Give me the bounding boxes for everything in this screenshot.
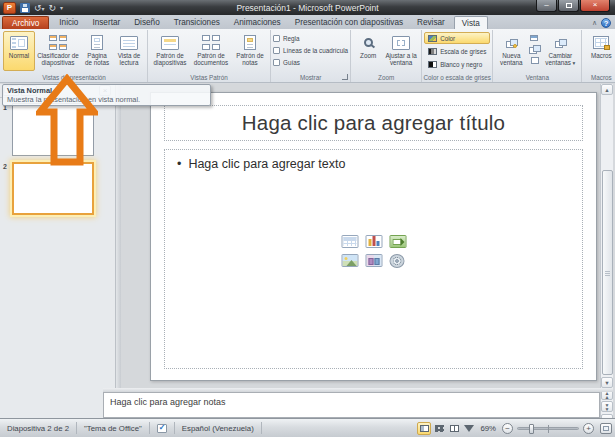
slide-sorter-button[interactable]: Clasificador de diapositivas bbox=[35, 31, 81, 71]
handout-master-button[interactable]: Patrón de documentos bbox=[190, 31, 232, 71]
grayscale-button[interactable]: Escala de grises bbox=[424, 45, 490, 57]
arrange-all-icon[interactable] bbox=[528, 33, 540, 43]
reading-view-button[interactable]: Vista de lectura bbox=[113, 31, 145, 71]
insert-chart-icon[interactable] bbox=[365, 235, 382, 248]
group-label: Zoom bbox=[351, 74, 421, 81]
ribbon-tab-row: Archivo Inicio Insertar Diseño Transicio… bbox=[0, 15, 615, 29]
title-placeholder[interactable]: Haga clic para agregar título bbox=[164, 105, 583, 141]
body-placeholder-text: Haga clic para agregar texto bbox=[188, 157, 345, 171]
powerpoint-window: P ↺▾ ↻ ▾ Presentación1 - Microsoft Power… bbox=[0, 0, 615, 437]
minimize-ribbon-icon[interactable]: ∧ bbox=[592, 18, 597, 28]
tab-animaciones[interactable]: Animaciones bbox=[227, 16, 288, 29]
scrollbar-thumb[interactable] bbox=[602, 170, 613, 375]
tab-revisar[interactable]: Revisar bbox=[410, 16, 452, 29]
checkbox-icon bbox=[273, 35, 280, 42]
minimize-button[interactable]: – bbox=[536, 0, 557, 12]
zoom-slider[interactable] bbox=[517, 427, 579, 430]
next-slide-icon[interactable]: ▼▼ bbox=[601, 401, 613, 412]
group-macros: Macros Macros bbox=[582, 30, 615, 82]
cascade-windows-icon[interactable] bbox=[528, 44, 540, 54]
normal-view-button[interactable]: Normal bbox=[3, 31, 35, 71]
show-dialog-launcher-icon[interactable] bbox=[342, 74, 348, 80]
color-button[interactable]: Color bbox=[424, 32, 490, 44]
tab-insertar[interactable]: Insertar bbox=[85, 16, 127, 29]
window-controls: – × bbox=[536, 0, 610, 12]
view-shortcuts bbox=[417, 422, 480, 435]
zoom-control: − + bbox=[496, 423, 600, 434]
save-icon[interactable] bbox=[20, 3, 30, 13]
switch-windows-button[interactable]: Cambiar ventanas ▾ bbox=[541, 31, 579, 71]
slide-editor: Haga clic para agregar título • Haga cli… bbox=[121, 84, 600, 390]
notes-master-button[interactable]: Patrón de notas bbox=[232, 31, 268, 71]
restore-icon bbox=[566, 3, 572, 8]
checkbox-icon bbox=[273, 47, 280, 54]
insert-media-icon[interactable] bbox=[389, 254, 404, 268]
scroll-up-icon[interactable]: ▲ bbox=[601, 84, 613, 95]
ruler-checkbox[interactable]: Regla bbox=[273, 33, 348, 44]
tab-archivo[interactable]: Archivo bbox=[2, 16, 49, 29]
grayscale-icon bbox=[428, 48, 437, 55]
slide-master-button[interactable]: Patrón de diapositivas bbox=[150, 31, 190, 71]
view-normal-icon bbox=[420, 425, 429, 432]
view-sorter-button[interactable] bbox=[432, 422, 446, 435]
help-icon[interactable]: ? bbox=[601, 18, 611, 28]
status-bar: Diapositiva 2 de 2 "Tema de Office" ✓ Es… bbox=[0, 418, 615, 437]
group-label: Vistas Patrón bbox=[148, 74, 270, 81]
group-window: Nueva ventana Cambiar ventanas ▾ Ventana bbox=[493, 30, 582, 82]
slide-sorter-icon bbox=[49, 35, 67, 50]
zoom-button[interactable]: Zoom bbox=[353, 31, 383, 71]
language-button[interactable]: Español (Venezuela) bbox=[175, 422, 262, 434]
group-label: Macros bbox=[582, 74, 615, 81]
reading-view-icon bbox=[120, 36, 138, 50]
undo-button[interactable]: ↺▾ bbox=[34, 2, 45, 14]
powerpoint-logo-icon[interactable]: P bbox=[3, 2, 16, 14]
slide-counter: Diapositiva 2 de 2 bbox=[0, 422, 77, 434]
notes-page-button[interactable]: Página de notas bbox=[81, 31, 113, 71]
window-title: Presentación1 - Microsoft PowerPoint bbox=[0, 3, 615, 13]
slide-2-thumbnail[interactable] bbox=[12, 162, 94, 215]
notes-pane[interactable]: Haga clic para agregar notas bbox=[103, 392, 600, 418]
black-white-button[interactable]: Blanco y negro bbox=[424, 58, 490, 70]
tab-diseno[interactable]: Diseño bbox=[127, 16, 167, 29]
scroll-down-icon[interactable]: ▼ bbox=[601, 377, 613, 388]
insert-picture-icon[interactable] bbox=[341, 254, 358, 267]
insert-table-icon[interactable] bbox=[341, 235, 358, 248]
tab-presentacion-con-diapositivas[interactable]: Presentación con diapositivas bbox=[288, 16, 410, 29]
tab-vista[interactable]: Vista bbox=[454, 16, 488, 29]
zoom-out-icon[interactable]: − bbox=[502, 423, 513, 434]
qat-customize-icon[interactable]: ▾ bbox=[60, 4, 63, 11]
tab-inicio[interactable]: Inicio bbox=[52, 16, 85, 29]
new-window-button[interactable]: Nueva ventana bbox=[495, 31, 527, 71]
view-reading-button[interactable] bbox=[447, 422, 461, 435]
macros-button[interactable]: Macros bbox=[584, 31, 615, 71]
move-split-icon[interactable] bbox=[528, 55, 540, 65]
redo-icon[interactable]: ↻ bbox=[49, 2, 57, 14]
insert-clipart-icon[interactable] bbox=[365, 254, 382, 267]
restore-button[interactable] bbox=[558, 0, 579, 12]
bullet-icon: • bbox=[177, 157, 181, 171]
gridlines-checkbox[interactable]: Líneas de la cuadrícula bbox=[273, 45, 348, 56]
content-placeholder-icons bbox=[341, 235, 406, 268]
insert-smartart-icon[interactable] bbox=[389, 235, 406, 248]
dropdown-icon: ▾ bbox=[573, 60, 576, 66]
slide-2-number: 2 bbox=[3, 163, 7, 170]
guides-checkbox[interactable]: Guías bbox=[273, 57, 348, 68]
switch-windows-icon bbox=[554, 38, 566, 48]
notes-master-icon bbox=[244, 35, 256, 50]
close-button[interactable]: × bbox=[580, 0, 610, 12]
annotation-arrow bbox=[36, 74, 98, 168]
fit-to-window-button[interactable]: Ajustar a la ventana bbox=[383, 31, 419, 71]
zoom-in-icon[interactable]: + bbox=[583, 423, 594, 434]
slide-canvas[interactable]: Haga clic para agregar título • Haga cli… bbox=[150, 92, 597, 381]
view-normal-button[interactable] bbox=[417, 422, 431, 435]
spell-check-button[interactable]: ✓ bbox=[150, 422, 175, 434]
zoom-percent[interactable]: 69% bbox=[480, 424, 496, 433]
undo-dropdown-icon: ▾ bbox=[42, 6, 45, 12]
tab-transiciones[interactable]: Transiciones bbox=[167, 16, 227, 29]
zoom-slider-thumb[interactable] bbox=[529, 424, 534, 434]
view-slideshow-button[interactable] bbox=[462, 422, 476, 435]
fit-slide-to-window-icon[interactable] bbox=[600, 423, 612, 434]
group-master-views: Patrón de diapositivas Patrón de documen… bbox=[148, 30, 271, 82]
new-window-icon bbox=[505, 38, 517, 48]
body-placeholder[interactable]: • Haga clic para agregar texto bbox=[164, 149, 583, 369]
